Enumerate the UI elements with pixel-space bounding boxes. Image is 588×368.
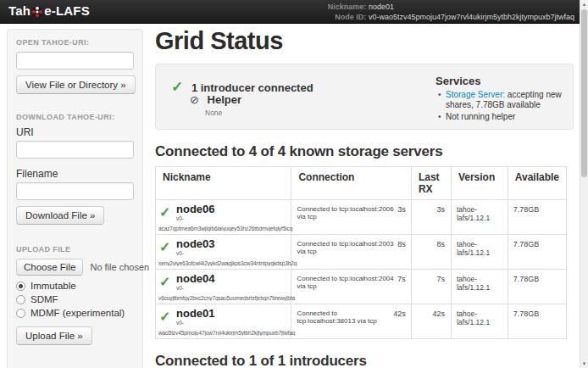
radio-button-icon[interactable]	[16, 309, 25, 318]
download-uri-label: DOWNLOAD TAHOE-URI:	[16, 113, 134, 121]
connected-duration: 8s	[397, 240, 406, 248]
bullet-icon: •	[438, 112, 441, 122]
nickname-row: Nickname: node01	[325, 2, 574, 12]
available-cell: 7.78GB	[508, 200, 566, 235]
page-title: Grid Status	[155, 27, 580, 55]
helper-status: ⊘ Helper	[190, 93, 241, 106]
helper-label: Helper	[208, 93, 241, 106]
radio-label: MDMF (experimental)	[31, 308, 125, 318]
upload-format-sdmf[interactable]: SDMF	[16, 294, 134, 304]
connection-text: Connected to tcp:localhost:2006 via tcp	[297, 205, 393, 220]
services-title: Services	[435, 75, 571, 87]
scrollbar-thumb[interactable]	[581, 9, 587, 177]
node-nickname: node04	[176, 273, 287, 285]
table-row: ✓ node06 v0- acaz7gptmea6m3wjlgib6ialyuq…	[156, 200, 567, 235]
bullet-icon: •	[438, 90, 441, 100]
last-rx-cell: 8s	[411, 235, 451, 270]
last-rx-cell: 7s	[411, 270, 451, 304]
vertical-scrollbar[interactable]: ▲ ▼	[580, 0, 588, 368]
services-panel: Services • Storage Server: accepting new…	[435, 75, 571, 124]
last-rx-cell: 3s	[411, 200, 451, 235]
introducer-status-text: 1 introducer connected	[191, 81, 313, 94]
node-nickname: node06	[176, 204, 287, 215]
uri-field-label: URI	[16, 126, 134, 138]
col-header-nickname: Nickname	[156, 167, 291, 200]
connected-duration: 42s	[393, 309, 406, 318]
nickname-cell: ✓ node01 v0- wao5tzv45pmoju47jow7rvl4uki…	[156, 304, 291, 339]
helper-value: None	[205, 109, 222, 117]
storage-servers-heading: Connected to 4 of 4 known storage server…	[155, 143, 580, 160]
connection-text: Connected to tcp:localhost:2003 via tcp	[297, 240, 393, 255]
node-id-prefix: v0-	[176, 215, 287, 221]
download-file-button[interactable]: Download File »	[16, 206, 104, 225]
file-picker: Choose File No file chosen	[16, 259, 134, 276]
col-header-available: Available	[508, 167, 566, 200]
choose-file-button[interactable]: Choose File	[16, 259, 83, 276]
radio-label: Immutable	[31, 281, 76, 291]
connection-cell: 7s Connected to tcp:localhost:2004 via t…	[291, 270, 411, 304]
brand-text-post: e-LAFS	[44, 3, 90, 18]
open-uri-input[interactable]	[16, 52, 134, 70]
col-header-last-rx: Last RX	[411, 167, 451, 200]
storage-table-header-row: Nickname Connection Last RX Version Avai…	[156, 167, 567, 200]
check-icon: ✓	[159, 239, 170, 255]
node-id-hash: xeny2viye63ofcwi4i2yykd2waqjkps3cw34ntnt…	[158, 260, 301, 266]
sidebar-forms-panel: OPEN TAHOE-URI: View File or Directory »…	[7, 29, 143, 368]
service-item-helper: • Not running helper	[446, 112, 571, 122]
upload-format-mdmf[interactable]: MDMF (experimental)	[16, 308, 134, 318]
sidebar: OPEN TAHOE-URI: View File or Directory »…	[0, 24, 149, 368]
top-navbar: Tahe-LAFS Nickname: node01 Node ID: v0-w…	[0, 0, 588, 24]
table-row: ✓ node03 v0- xeny2viye63ofcwi4i2yykd2waq…	[156, 235, 567, 270]
scroll-up-arrow-icon[interactable]: ▲	[580, 0, 588, 8]
upload-file-button[interactable]: Upload File »	[16, 326, 92, 345]
no-helper-icon: ⊘	[190, 93, 199, 106]
introducers-heading: Connected to 1 of 1 introducers	[155, 353, 580, 368]
available-cell: 7.78GB	[508, 304, 566, 339]
node-id-hash: acaz7gptmea6m3wjlgib6ialyuqey53hz26tbdmv…	[158, 226, 301, 231]
node-id-hash: wao5tzv45pmoju47jow7rvl4ukirjm5ytbh2kjty…	[158, 330, 301, 336]
node-id-hash: v6cuyjtbmfqy2bvc2cny7qsau5uumedsrtzfjebq…	[158, 295, 301, 301]
radio-button-checked-icon[interactable]	[16, 282, 25, 291]
available-cell: 7.78GB	[508, 235, 566, 270]
status-summary-well: ✓ 1 introducer connected ⊘ Helper None S…	[155, 64, 574, 130]
available-cell: 7.78GB	[508, 270, 566, 304]
service-item-storage: • Storage Server: accepting new shares, …	[446, 90, 571, 110]
node-id-prefix: v0-	[176, 285, 287, 291]
connection-cell: 3s Connected to tcp:localhost:2006 via t…	[291, 200, 411, 235]
check-icon: ✓	[159, 274, 170, 290]
node-nickname: node01	[176, 308, 287, 320]
connected-duration: 3s	[397, 205, 406, 214]
version-cell: tahoe-lafs/1.12.1	[451, 304, 508, 339]
upload-format-immutable[interactable]: Immutable	[16, 281, 134, 291]
scroll-down-arrow-icon[interactable]: ▼	[580, 360, 588, 368]
node-id-prefix: v0-	[176, 320, 287, 326]
filename-input[interactable]	[16, 182, 134, 200]
tahoe-lafs-logo[interactable]: Tahe-LAFS	[8, 3, 90, 18]
radio-button-icon[interactable]	[16, 295, 25, 304]
version-cell: tahoe-lafs/1.12.1	[451, 270, 508, 304]
no-file-chosen-text: No file chosen	[90, 262, 149, 272]
nickname-label: Nickname:	[325, 2, 366, 12]
node-id-prefix: v0-	[176, 250, 287, 256]
storage-servers-table: Nickname Connection Last RX Version Avai…	[155, 166, 567, 339]
node-info: Nickname: node01 Node ID: v0-wao5tzv45pm…	[325, 2, 574, 22]
upload-file-label: UPLOAD FILE	[16, 245, 134, 254]
brand-text-pre: Tah	[8, 3, 31, 18]
download-uri-section: DOWNLOAD TAHOE-URI: URI Filename Downloa…	[16, 113, 134, 225]
nickname-cell: ✓ node03 v0- xeny2viye63ofcwi4i2yykd2waq…	[156, 235, 291, 270]
table-row: ✓ node01 v0- wao5tzv45pmoju47jow7rvl4uki…	[156, 304, 567, 339]
nickname-value: node01	[369, 3, 394, 11]
open-uri-section: OPEN TAHOE-URI: View File or Directory »	[16, 38, 134, 94]
radio-label: SDMF	[31, 294, 58, 304]
nickname-cell: ✓ node04 v0- v6cuyjtbmfqy2bvc2cny7qsau5u…	[156, 270, 291, 304]
storage-server-link[interactable]: Storage Server:	[446, 90, 505, 99]
last-rx-cell: 42s	[411, 304, 451, 339]
node-id-row: Node ID: v0-wao5tzv45pmoju47jow7rvl4ukir…	[325, 12, 574, 22]
upload-file-section: UPLOAD FILE Choose File No file chosen I…	[16, 245, 134, 345]
not-running-helper-text: Not running helper	[446, 112, 515, 121]
connection-text: Connected to tcp:localhost:2004 via tcp	[297, 275, 393, 290]
version-cell: tahoe-lafs/1.12.1	[451, 235, 508, 270]
view-file-button[interactable]: View File or Directory »	[16, 75, 136, 94]
download-uri-input[interactable]	[16, 141, 134, 159]
node-id-label: Node ID:	[325, 12, 366, 22]
